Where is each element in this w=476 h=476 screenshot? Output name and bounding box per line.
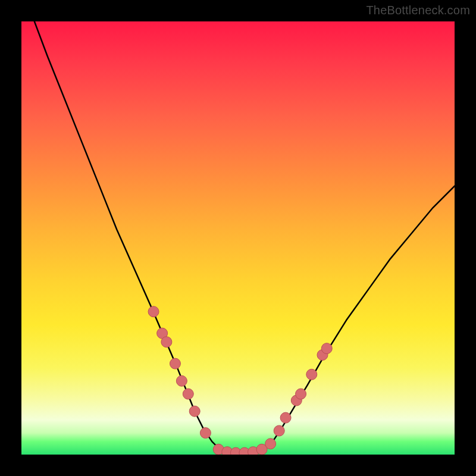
watermark-text: TheBottleneck.com: [366, 4, 470, 17]
plot-area: [21, 21, 455, 455]
chart-frame: TheBottleneck.com: [0, 0, 476, 476]
data-marker: [296, 389, 306, 399]
data-marker: [183, 389, 193, 399]
chart-svg: [21, 21, 455, 455]
data-marker: [200, 428, 211, 439]
data-marker: [274, 425, 284, 436]
data-marker: [148, 306, 159, 317]
data-marker: [170, 358, 180, 369]
data-marker: [176, 375, 187, 386]
data-marker: [321, 343, 332, 354]
bottleneck-curve: [35, 21, 455, 453]
data-marker: [161, 337, 172, 347]
data-marker: [189, 406, 200, 416]
data-marker: [265, 439, 276, 449]
data-marker: [306, 369, 317, 380]
data-marker: [280, 412, 291, 423]
